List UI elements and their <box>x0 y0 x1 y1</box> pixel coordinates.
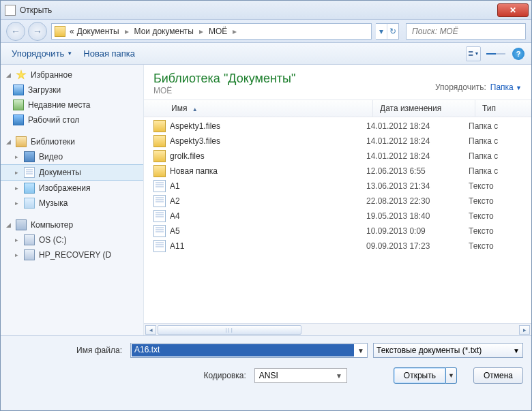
sidebar-item-label: Видео <box>39 152 63 162</box>
sidebar-header-favorites[interactable]: ◢ Избранное <box>1 67 143 82</box>
column-label: Дата изменения <box>380 104 441 113</box>
file-date: 10.09.2013 0:09 <box>366 226 469 236</box>
chevron-right-icon[interactable]: ▸ <box>195 27 207 36</box>
address-bar: ← → « Документы ▸ Мои документы ▸ МОЁ ▸ … <box>1 20 531 43</box>
sidebar-item-drive-c[interactable]: ▸ OS (C:) <box>1 232 143 247</box>
chevron-down-icon[interactable]: ▼ <box>355 347 367 354</box>
back-button[interactable]: ← <box>6 22 25 41</box>
organize-label: Упорядочить <box>12 48 64 59</box>
main-area: ◢ Избранное Загрузки Недавние места Рабо… <box>1 65 531 335</box>
sidebar-item-label: OS (C:) <box>39 235 67 245</box>
chevron-down-icon: ▼ <box>513 347 520 354</box>
documents-icon <box>24 167 35 178</box>
system-icon <box>5 5 16 16</box>
file-row[interactable]: Aspekty1.files14.01.2012 18:24Папка с <box>144 119 531 134</box>
sidebar-item-recent[interactable]: Недавние места <box>1 97 143 112</box>
titlebar: Открыть ✕ <box>1 1 531 20</box>
file-row[interactable]: grolk.files14.01.2012 18:24Папка с <box>144 149 531 164</box>
caret-icon: ◢ <box>5 222 12 228</box>
sort-label: Упорядочить: <box>435 82 486 92</box>
preview-pane-icon <box>486 53 496 55</box>
open-dropdown[interactable]: ▼ <box>446 367 457 384</box>
column-date[interactable]: Дата изменения <box>373 100 475 117</box>
text-file-icon <box>153 240 166 252</box>
sort-dropdown[interactable]: Папка ▼ <box>490 82 522 92</box>
organize-button[interactable]: Упорядочить ▼ <box>6 46 78 61</box>
toolbar: Упорядочить ▼ Новая папка ≣ ▼ ? <box>1 43 531 65</box>
file-name: A11 <box>170 241 366 251</box>
images-icon <box>24 183 35 194</box>
sidebar: ◢ Избранное Загрузки Недавние места Рабо… <box>1 65 144 335</box>
file-date: 14.01.2012 18:24 <box>366 121 469 131</box>
view-mode-button[interactable]: ≣ ▼ <box>466 46 481 61</box>
file-row[interactable]: A510.09.2013 0:09Тексто <box>144 224 531 239</box>
refresh-button-group: ▾ ↻ <box>376 23 399 40</box>
search-box[interactable] <box>406 23 526 40</box>
sidebar-item-downloads[interactable]: Загрузки <box>1 82 143 97</box>
file-row[interactable]: A222.08.2013 22:30Тексто <box>144 194 531 209</box>
file-date: 14.01.2012 18:24 <box>366 136 469 146</box>
computer-icon <box>16 219 27 230</box>
history-dropdown[interactable]: ▾ <box>376 24 387 39</box>
help-button[interactable]: ? <box>511 46 526 61</box>
close-button[interactable]: ✕ <box>497 3 529 17</box>
sidebar-item-drive-d[interactable]: ▸ HP_RECOVERY (D <box>1 247 143 262</box>
sidebar-item-label: HP_RECOVERY (D <box>39 250 111 260</box>
scroll-right-button[interactable]: ▸ <box>519 325 530 335</box>
recent-icon <box>13 100 24 110</box>
sidebar-item-video[interactable]: ▸ Видео <box>1 149 143 164</box>
new-folder-button[interactable]: Новая папка <box>78 46 141 61</box>
column-name[interactable]: Имя ▲ <box>144 100 373 117</box>
file-row[interactable]: A419.05.2013 18:40Тексто <box>144 209 531 224</box>
preview-pane-button[interactable] <box>485 46 507 61</box>
sidebar-item-images[interactable]: ▸ Изображения <box>1 181 143 196</box>
caret-icon: ▸ <box>13 169 20 176</box>
scroll-left-button[interactable]: ◂ <box>145 325 156 335</box>
refresh-button[interactable]: ↻ <box>387 24 398 39</box>
file-date: 09.09.2013 17:23 <box>366 241 469 251</box>
forward-button[interactable]: → <box>28 22 47 41</box>
sort-value: Папка <box>490 82 514 92</box>
encoding-combo[interactable]: ANSI ▼ <box>254 368 347 383</box>
file-row[interactable]: Aspekty3.files14.01.2012 18:24Папка с <box>144 134 531 149</box>
sidebar-label: Компьютер <box>31 220 73 230</box>
scroll-track[interactable]: ||| <box>158 325 518 335</box>
sidebar-item-label: Музыка <box>39 198 68 208</box>
breadcrumb-item[interactable]: Мои документы <box>133 27 195 36</box>
sidebar-header-libraries[interactable]: ◢ Библиотеки <box>1 134 143 149</box>
file-list: Aspekty1.files14.01.2012 18:24Папка сAsp… <box>144 117 531 323</box>
breadcrumb-item[interactable]: Документы <box>76 27 121 36</box>
file-row[interactable]: A113.06.2013 21:34Тексто <box>144 179 531 194</box>
file-type: Папка с <box>469 151 524 161</box>
chevron-right-icon[interactable]: ▸ <box>228 27 241 36</box>
folder-icon <box>153 165 166 177</box>
filename-input[interactable]: A16.txt <box>132 344 354 356</box>
text-file-icon <box>153 195 166 207</box>
filename-combo[interactable]: A16.txt ▼ <box>130 343 368 358</box>
caret-icon: ▸ <box>13 185 20 192</box>
sidebar-header-computer[interactable]: ◢ Компьютер <box>1 217 143 232</box>
open-button[interactable]: Открыть <box>394 367 446 384</box>
file-row[interactable]: A1109.09.2013 17:23Тексто <box>144 239 531 254</box>
breadcrumb[interactable]: « Документы ▸ Мои документы ▸ МОЁ ▸ <box>51 23 372 40</box>
file-row[interactable]: Новая папка12.06.2013 6:55Папка с <box>144 164 531 179</box>
search-input[interactable] <box>411 26 521 37</box>
file-name: A2 <box>170 196 366 206</box>
file-date: 13.06.2013 21:34 <box>366 181 469 191</box>
cancel-button[interactable]: Отмена <box>473 367 523 384</box>
chevron-right-icon[interactable]: ▸ <box>121 27 133 36</box>
arrow-left-icon: ← <box>11 26 20 37</box>
encoding-label: Кодировка: <box>133 371 249 380</box>
sidebar-item-music[interactable]: ▸ Музыка <box>1 196 143 211</box>
downloads-icon <box>13 85 24 95</box>
chevron-down-icon: ▼ <box>67 50 72 57</box>
sidebar-item-desktop[interactable]: Рабочий стол <box>1 112 143 127</box>
breadcrumb-item[interactable]: МОЁ <box>207 27 228 36</box>
column-type[interactable]: Тип <box>475 100 531 117</box>
scroll-thumb[interactable]: ||| <box>158 325 301 335</box>
chevron-down-icon: ▼ <box>336 372 342 380</box>
sidebar-item-documents[interactable]: ▸ Документы <box>1 164 143 181</box>
file-name: Новая папка <box>170 166 366 176</box>
filetype-filter[interactable]: Текстовые документы (*.txt) ▼ <box>373 343 523 358</box>
horizontal-scrollbar[interactable]: ◂ ||| ▸ <box>144 323 531 335</box>
